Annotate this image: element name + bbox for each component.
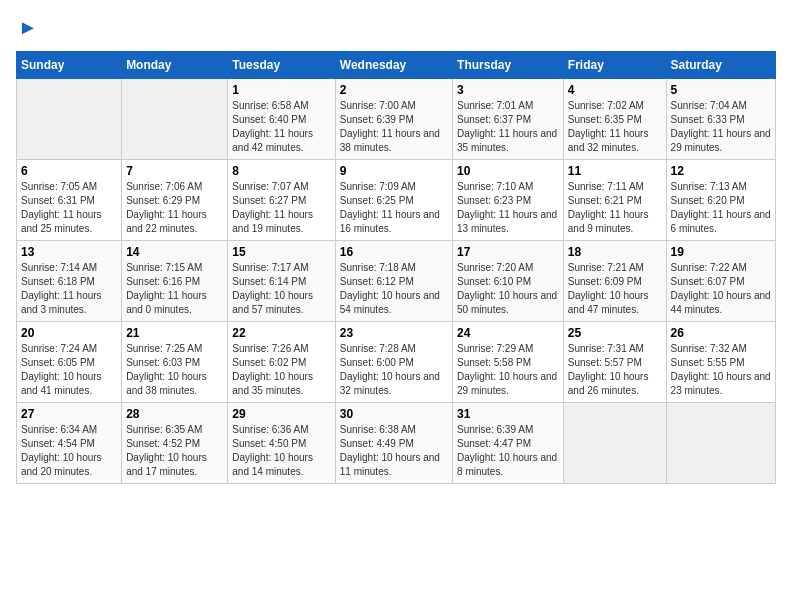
- calendar-cell: 22Sunrise: 7:26 AMSunset: 6:02 PMDayligh…: [228, 322, 335, 403]
- day-detail: Sunrise: 7:01 AMSunset: 6:37 PMDaylight:…: [457, 99, 559, 155]
- day-detail: Sunrise: 7:32 AMSunset: 5:55 PMDaylight:…: [671, 342, 771, 398]
- page-header: ►: [16, 16, 776, 39]
- day-detail: Sunrise: 7:22 AMSunset: 6:07 PMDaylight:…: [671, 261, 771, 317]
- day-detail: Sunrise: 7:20 AMSunset: 6:10 PMDaylight:…: [457, 261, 559, 317]
- day-number: 3: [457, 83, 559, 97]
- day-number: 9: [340, 164, 448, 178]
- day-number: 30: [340, 407, 448, 421]
- day-detail: Sunrise: 7:25 AMSunset: 6:03 PMDaylight:…: [126, 342, 223, 398]
- logo: ►: [16, 16, 40, 39]
- day-detail: Sunrise: 7:29 AMSunset: 5:58 PMDaylight:…: [457, 342, 559, 398]
- day-number: 19: [671, 245, 771, 259]
- calendar-cell: 15Sunrise: 7:17 AMSunset: 6:14 PMDayligh…: [228, 241, 335, 322]
- calendar-cell: 27Sunrise: 6:34 AMSunset: 4:54 PMDayligh…: [17, 403, 122, 484]
- day-detail: Sunrise: 6:39 AMSunset: 4:47 PMDaylight:…: [457, 423, 559, 479]
- day-detail: Sunrise: 7:09 AMSunset: 6:25 PMDaylight:…: [340, 180, 448, 236]
- calendar-cell: 24Sunrise: 7:29 AMSunset: 5:58 PMDayligh…: [453, 322, 564, 403]
- day-number: 6: [21, 164, 117, 178]
- header-sunday: Sunday: [17, 52, 122, 79]
- day-detail: Sunrise: 7:00 AMSunset: 6:39 PMDaylight:…: [340, 99, 448, 155]
- calendar-cell: 1Sunrise: 6:58 AMSunset: 6:40 PMDaylight…: [228, 79, 335, 160]
- calendar-cell: 2Sunrise: 7:00 AMSunset: 6:39 PMDaylight…: [335, 79, 452, 160]
- calendar-cell: 7Sunrise: 7:06 AMSunset: 6:29 PMDaylight…: [122, 160, 228, 241]
- day-detail: Sunrise: 7:24 AMSunset: 6:05 PMDaylight:…: [21, 342, 117, 398]
- day-number: 18: [568, 245, 662, 259]
- calendar-cell: 11Sunrise: 7:11 AMSunset: 6:21 PMDayligh…: [563, 160, 666, 241]
- day-number: 22: [232, 326, 330, 340]
- day-number: 16: [340, 245, 448, 259]
- calendar-cell: 16Sunrise: 7:18 AMSunset: 6:12 PMDayligh…: [335, 241, 452, 322]
- calendar-cell: 12Sunrise: 7:13 AMSunset: 6:20 PMDayligh…: [666, 160, 775, 241]
- calendar-cell: 10Sunrise: 7:10 AMSunset: 6:23 PMDayligh…: [453, 160, 564, 241]
- day-detail: Sunrise: 6:34 AMSunset: 4:54 PMDaylight:…: [21, 423, 117, 479]
- calendar-cell: 20Sunrise: 7:24 AMSunset: 6:05 PMDayligh…: [17, 322, 122, 403]
- day-number: 12: [671, 164, 771, 178]
- header-thursday: Thursday: [453, 52, 564, 79]
- calendar-cell: 25Sunrise: 7:31 AMSunset: 5:57 PMDayligh…: [563, 322, 666, 403]
- day-number: 5: [671, 83, 771, 97]
- calendar-table: SundayMondayTuesdayWednesdayThursdayFrid…: [16, 51, 776, 484]
- calendar-week-row: 1Sunrise: 6:58 AMSunset: 6:40 PMDaylight…: [17, 79, 776, 160]
- calendar-cell: 17Sunrise: 7:20 AMSunset: 6:10 PMDayligh…: [453, 241, 564, 322]
- day-number: 1: [232, 83, 330, 97]
- calendar-cell: 18Sunrise: 7:21 AMSunset: 6:09 PMDayligh…: [563, 241, 666, 322]
- calendar-week-row: 20Sunrise: 7:24 AMSunset: 6:05 PMDayligh…: [17, 322, 776, 403]
- header-wednesday: Wednesday: [335, 52, 452, 79]
- day-number: 28: [126, 407, 223, 421]
- calendar-cell: 30Sunrise: 6:38 AMSunset: 4:49 PMDayligh…: [335, 403, 452, 484]
- calendar-cell: 29Sunrise: 6:36 AMSunset: 4:50 PMDayligh…: [228, 403, 335, 484]
- day-number: 14: [126, 245, 223, 259]
- day-detail: Sunrise: 6:58 AMSunset: 6:40 PMDaylight:…: [232, 99, 330, 155]
- calendar-cell: [563, 403, 666, 484]
- day-number: 21: [126, 326, 223, 340]
- calendar-week-row: 6Sunrise: 7:05 AMSunset: 6:31 PMDaylight…: [17, 160, 776, 241]
- day-number: 7: [126, 164, 223, 178]
- day-number: 2: [340, 83, 448, 97]
- calendar-cell: 31Sunrise: 6:39 AMSunset: 4:47 PMDayligh…: [453, 403, 564, 484]
- calendar-cell: 13Sunrise: 7:14 AMSunset: 6:18 PMDayligh…: [17, 241, 122, 322]
- day-detail: Sunrise: 7:06 AMSunset: 6:29 PMDaylight:…: [126, 180, 223, 236]
- day-number: 29: [232, 407, 330, 421]
- calendar-cell: 19Sunrise: 7:22 AMSunset: 6:07 PMDayligh…: [666, 241, 775, 322]
- calendar-cell: [122, 79, 228, 160]
- day-number: 13: [21, 245, 117, 259]
- calendar-cell: [17, 79, 122, 160]
- day-detail: Sunrise: 7:14 AMSunset: 6:18 PMDaylight:…: [21, 261, 117, 317]
- day-detail: Sunrise: 7:18 AMSunset: 6:12 PMDaylight:…: [340, 261, 448, 317]
- calendar-cell: [666, 403, 775, 484]
- calendar-week-row: 13Sunrise: 7:14 AMSunset: 6:18 PMDayligh…: [17, 241, 776, 322]
- logo-bird-icon: ►: [18, 16, 38, 39]
- day-number: 24: [457, 326, 559, 340]
- day-detail: Sunrise: 7:31 AMSunset: 5:57 PMDaylight:…: [568, 342, 662, 398]
- calendar-header-row: SundayMondayTuesdayWednesdayThursdayFrid…: [17, 52, 776, 79]
- day-detail: Sunrise: 7:26 AMSunset: 6:02 PMDaylight:…: [232, 342, 330, 398]
- day-number: 11: [568, 164, 662, 178]
- day-number: 25: [568, 326, 662, 340]
- day-detail: Sunrise: 7:13 AMSunset: 6:20 PMDaylight:…: [671, 180, 771, 236]
- day-detail: Sunrise: 7:05 AMSunset: 6:31 PMDaylight:…: [21, 180, 117, 236]
- calendar-cell: 23Sunrise: 7:28 AMSunset: 6:00 PMDayligh…: [335, 322, 452, 403]
- day-number: 10: [457, 164, 559, 178]
- day-number: 27: [21, 407, 117, 421]
- day-detail: Sunrise: 7:15 AMSunset: 6:16 PMDaylight:…: [126, 261, 223, 317]
- header-friday: Friday: [563, 52, 666, 79]
- calendar-cell: 28Sunrise: 6:35 AMSunset: 4:52 PMDayligh…: [122, 403, 228, 484]
- day-number: 15: [232, 245, 330, 259]
- calendar-cell: 21Sunrise: 7:25 AMSunset: 6:03 PMDayligh…: [122, 322, 228, 403]
- day-number: 23: [340, 326, 448, 340]
- day-detail: Sunrise: 6:36 AMSunset: 4:50 PMDaylight:…: [232, 423, 330, 479]
- header-tuesday: Tuesday: [228, 52, 335, 79]
- day-detail: Sunrise: 6:35 AMSunset: 4:52 PMDaylight:…: [126, 423, 223, 479]
- day-detail: Sunrise: 7:21 AMSunset: 6:09 PMDaylight:…: [568, 261, 662, 317]
- header-saturday: Saturday: [666, 52, 775, 79]
- calendar-cell: 6Sunrise: 7:05 AMSunset: 6:31 PMDaylight…: [17, 160, 122, 241]
- day-detail: Sunrise: 7:28 AMSunset: 6:00 PMDaylight:…: [340, 342, 448, 398]
- day-detail: Sunrise: 7:11 AMSunset: 6:21 PMDaylight:…: [568, 180, 662, 236]
- day-number: 8: [232, 164, 330, 178]
- calendar-cell: 26Sunrise: 7:32 AMSunset: 5:55 PMDayligh…: [666, 322, 775, 403]
- day-detail: Sunrise: 7:04 AMSunset: 6:33 PMDaylight:…: [671, 99, 771, 155]
- calendar-cell: 14Sunrise: 7:15 AMSunset: 6:16 PMDayligh…: [122, 241, 228, 322]
- calendar-cell: 9Sunrise: 7:09 AMSunset: 6:25 PMDaylight…: [335, 160, 452, 241]
- day-detail: Sunrise: 7:10 AMSunset: 6:23 PMDaylight:…: [457, 180, 559, 236]
- day-number: 31: [457, 407, 559, 421]
